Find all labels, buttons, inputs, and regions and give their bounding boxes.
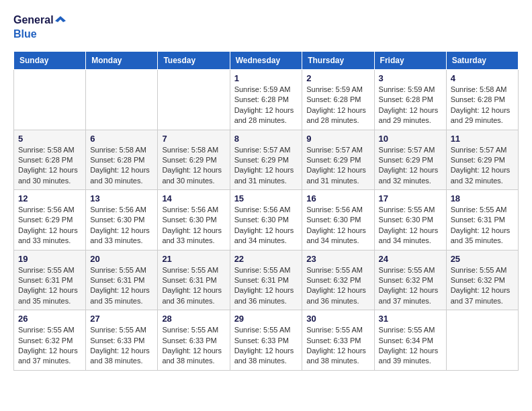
calendar-cell: 31Sunrise: 5:55 AM Sunset: 6:34 PM Dayli… <box>374 310 446 371</box>
day-number: 22 <box>234 254 298 264</box>
day-info: Sunrise: 5:55 AM Sunset: 6:33 PM Dayligh… <box>90 325 153 367</box>
col-header-friday: Friday <box>374 51 446 69</box>
calendar-cell: 15Sunrise: 5:56 AM Sunset: 6:30 PM Dayli… <box>230 190 302 250</box>
day-number: 9 <box>306 134 369 144</box>
calendar-table: SundayMondayTuesdayWednesdayThursdayFrid… <box>13 51 519 371</box>
day-number: 30 <box>306 314 369 324</box>
day-info: Sunrise: 5:55 AM Sunset: 6:31 PM Dayligh… <box>234 265 298 307</box>
day-info: Sunrise: 5:56 AM Sunset: 6:30 PM Dayligh… <box>90 205 153 246</box>
col-header-monday: Monday <box>86 51 158 69</box>
calendar-cell <box>158 69 230 130</box>
calendar-cell <box>14 69 86 130</box>
day-info: Sunrise: 5:55 AM Sunset: 6:31 PM Dayligh… <box>90 265 153 307</box>
calendar-cell: 18Sunrise: 5:55 AM Sunset: 6:31 PM Dayli… <box>446 190 518 250</box>
calendar-cell: 25Sunrise: 5:55 AM Sunset: 6:32 PM Dayli… <box>446 250 518 310</box>
day-number: 20 <box>90 254 153 264</box>
page-header: General Blue <box>13 13 519 40</box>
day-info: Sunrise: 5:59 AM Sunset: 6:28 PM Dayligh… <box>379 85 442 126</box>
day-info: Sunrise: 5:59 AM Sunset: 6:28 PM Dayligh… <box>234 85 298 126</box>
day-number: 3 <box>379 73 442 83</box>
col-header-wednesday: Wednesday <box>230 51 302 69</box>
calendar-cell <box>86 69 158 130</box>
col-header-tuesday: Tuesday <box>158 51 230 69</box>
day-number: 23 <box>306 254 369 264</box>
calendar-cell: 30Sunrise: 5:55 AM Sunset: 6:33 PM Dayli… <box>302 310 374 371</box>
day-info: Sunrise: 5:56 AM Sunset: 6:30 PM Dayligh… <box>162 205 225 246</box>
calendar-cell: 14Sunrise: 5:56 AM Sunset: 6:30 PM Dayli… <box>158 190 230 250</box>
day-number: 29 <box>234 314 298 324</box>
day-number: 21 <box>162 254 225 264</box>
calendar-cell: 12Sunrise: 5:56 AM Sunset: 6:29 PM Dayli… <box>14 190 86 250</box>
calendar-cell: 3Sunrise: 5:59 AM Sunset: 6:28 PM Daylig… <box>374 69 446 130</box>
day-number: 18 <box>451 193 514 203</box>
calendar-week-row: 26Sunrise: 5:55 AM Sunset: 6:32 PM Dayli… <box>14 310 519 371</box>
day-info: Sunrise: 5:59 AM Sunset: 6:28 PM Dayligh… <box>306 85 369 126</box>
day-info: Sunrise: 5:58 AM Sunset: 6:29 PM Dayligh… <box>162 145 225 187</box>
calendar-cell: 8Sunrise: 5:57 AM Sunset: 6:29 PM Daylig… <box>230 130 302 190</box>
calendar-week-row: 19Sunrise: 5:55 AM Sunset: 6:31 PM Dayli… <box>14 250 519 310</box>
day-info: Sunrise: 5:55 AM Sunset: 6:32 PM Dayligh… <box>18 325 81 367</box>
day-info: Sunrise: 5:55 AM Sunset: 6:33 PM Dayligh… <box>234 325 298 367</box>
calendar-cell: 5Sunrise: 5:58 AM Sunset: 6:28 PM Daylig… <box>14 130 86 190</box>
day-number: 26 <box>18 314 81 324</box>
calendar-week-row: 12Sunrise: 5:56 AM Sunset: 6:29 PM Dayli… <box>14 190 519 250</box>
day-number: 17 <box>379 193 442 203</box>
calendar-cell: 2Sunrise: 5:59 AM Sunset: 6:28 PM Daylig… <box>302 69 374 130</box>
logo-bird-icon <box>54 14 67 28</box>
day-number: 27 <box>90 314 153 324</box>
calendar-week-row: 1Sunrise: 5:59 AM Sunset: 6:28 PM Daylig… <box>14 69 519 130</box>
day-number: 14 <box>162 193 225 203</box>
day-number: 12 <box>18 193 81 203</box>
calendar-cell: 4Sunrise: 5:58 AM Sunset: 6:28 PM Daylig… <box>446 69 518 130</box>
day-info: Sunrise: 5:55 AM Sunset: 6:33 PM Dayligh… <box>306 325 369 367</box>
day-number: 15 <box>234 193 298 203</box>
calendar-cell: 17Sunrise: 5:55 AM Sunset: 6:30 PM Dayli… <box>374 190 446 250</box>
day-number: 31 <box>379 314 442 324</box>
calendar-cell: 23Sunrise: 5:55 AM Sunset: 6:32 PM Dayli… <box>302 250 374 310</box>
calendar-cell: 10Sunrise: 5:57 AM Sunset: 6:29 PM Dayli… <box>374 130 446 190</box>
calendar-cell: 9Sunrise: 5:57 AM Sunset: 6:29 PM Daylig… <box>302 130 374 190</box>
calendar-cell: 24Sunrise: 5:55 AM Sunset: 6:32 PM Dayli… <box>374 250 446 310</box>
day-info: Sunrise: 5:55 AM Sunset: 6:31 PM Dayligh… <box>18 265 81 307</box>
calendar-cell: 21Sunrise: 5:55 AM Sunset: 6:31 PM Dayli… <box>158 250 230 310</box>
col-header-thursday: Thursday <box>302 51 374 69</box>
day-info: Sunrise: 5:55 AM Sunset: 6:32 PM Dayligh… <box>306 265 369 307</box>
day-info: Sunrise: 5:58 AM Sunset: 6:28 PM Dayligh… <box>451 85 514 126</box>
calendar-cell <box>446 310 518 371</box>
calendar-cell: 26Sunrise: 5:55 AM Sunset: 6:32 PM Dayli… <box>14 310 86 371</box>
day-number: 6 <box>90 134 153 144</box>
col-header-sunday: Sunday <box>14 51 86 69</box>
day-number: 8 <box>234 134 298 144</box>
day-info: Sunrise: 5:56 AM Sunset: 6:30 PM Dayligh… <box>234 205 298 246</box>
calendar-cell: 6Sunrise: 5:58 AM Sunset: 6:28 PM Daylig… <box>86 130 158 190</box>
calendar-week-row: 5Sunrise: 5:58 AM Sunset: 6:28 PM Daylig… <box>14 130 519 190</box>
calendar-cell: 27Sunrise: 5:55 AM Sunset: 6:33 PM Dayli… <box>86 310 158 371</box>
col-header-saturday: Saturday <box>446 51 518 69</box>
calendar-cell: 7Sunrise: 5:58 AM Sunset: 6:29 PM Daylig… <box>158 130 230 190</box>
calendar-cell: 28Sunrise: 5:55 AM Sunset: 6:33 PM Dayli… <box>158 310 230 371</box>
day-info: Sunrise: 5:57 AM Sunset: 6:29 PM Dayligh… <box>234 145 298 187</box>
day-number: 11 <box>451 134 514 144</box>
calendar-cell: 20Sunrise: 5:55 AM Sunset: 6:31 PM Dayli… <box>86 250 158 310</box>
calendar-header-row: SundayMondayTuesdayWednesdayThursdayFrid… <box>14 51 519 69</box>
logo-text: General Blue <box>13 13 67 40</box>
day-number: 19 <box>18 254 81 264</box>
day-number: 28 <box>162 314 225 324</box>
day-info: Sunrise: 5:56 AM Sunset: 6:30 PM Dayligh… <box>306 205 369 246</box>
day-number: 24 <box>379 254 442 264</box>
day-number: 5 <box>18 134 81 144</box>
day-info: Sunrise: 5:58 AM Sunset: 6:28 PM Dayligh… <box>18 145 81 187</box>
day-info: Sunrise: 5:57 AM Sunset: 6:29 PM Dayligh… <box>451 145 514 187</box>
calendar-cell: 11Sunrise: 5:57 AM Sunset: 6:29 PM Dayli… <box>446 130 518 190</box>
day-number: 4 <box>451 73 514 83</box>
day-info: Sunrise: 5:55 AM Sunset: 6:34 PM Dayligh… <box>379 325 442 367</box>
day-info: Sunrise: 5:55 AM Sunset: 6:32 PM Dayligh… <box>379 265 442 307</box>
day-info: Sunrise: 5:58 AM Sunset: 6:28 PM Dayligh… <box>90 145 153 187</box>
day-number: 2 <box>306 73 369 83</box>
day-info: Sunrise: 5:55 AM Sunset: 6:32 PM Dayligh… <box>451 265 514 307</box>
day-number: 7 <box>162 134 225 144</box>
day-info: Sunrise: 5:55 AM Sunset: 6:30 PM Dayligh… <box>379 205 442 246</box>
calendar-cell: 16Sunrise: 5:56 AM Sunset: 6:30 PM Dayli… <box>302 190 374 250</box>
day-number: 1 <box>234 73 298 83</box>
day-info: Sunrise: 5:57 AM Sunset: 6:29 PM Dayligh… <box>306 145 369 187</box>
